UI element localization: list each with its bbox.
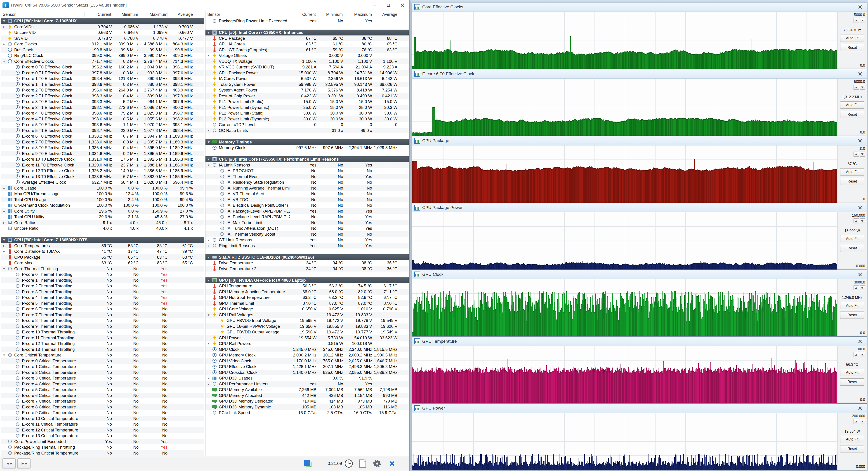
- expand-icon[interactable]: ▸: [1, 24, 7, 30]
- sensor-row[interactable]: E-core 9 Critical TemperatureNoNoNo: [1, 410, 204, 416]
- sensor-row[interactable]: PCIe Link Speed16.0 GT/s2.5 GT/s16.0 GT/…: [206, 410, 409, 416]
- settings-gear-button[interactable]: [373, 460, 381, 467]
- expand-icon[interactable]: ▾: [1, 266, 7, 272]
- sensor-row[interactable]: Bus Clock99.8 MHz99.8 MHz99.8 MHz99.8 MH…: [1, 47, 204, 53]
- sensor-row[interactable]: GPU Hot Spot Temperature63.2 °C63.2 °C82…: [206, 295, 409, 300]
- resize-columns-button[interactable]: ◄►: [2, 458, 16, 469]
- maximize-button[interactable]: [381, 0, 395, 10]
- sensor-row[interactable]: P-core 1 T1 Effective Clock398.6 MHz0.3 …: [1, 81, 204, 88]
- sensor-row[interactable]: GPU Effective Clock1,428.1 MHz207.1 MHz2…: [206, 364, 409, 370]
- sensor-row[interactable]: P-core 3 T1 Effective Clock398.1 MHz273.…: [1, 105, 204, 110]
- sensor-row[interactable]: IA: Thermal EventNoNoYes: [206, 174, 409, 179]
- close-button[interactable]: [856, 3, 865, 11]
- sensor-row[interactable]: E-core 13 T0 Effective Clock1,323.6 MHz6…: [1, 174, 204, 179]
- reset-button[interactable]: Reset: [840, 44, 864, 51]
- sensor-row[interactable]: P-core 4 T0 Effective Clock398.6 MHz75.2…: [1, 110, 204, 116]
- expand-icon[interactable]: ▸: [1, 243, 7, 249]
- sensor-row[interactable]: P-core 1 Thermal ThrottlingNoNoYes: [1, 277, 204, 283]
- sensor-row[interactable]: GPU FBVDD Input Voltage19.595 V19.472 V1…: [206, 317, 409, 324]
- graph-titlebar[interactable]: Core Effective Clocks: [412, 2, 867, 12]
- expand-icon[interactable]: ▾: [206, 312, 212, 318]
- expand-icon[interactable]: ▸: [206, 128, 212, 134]
- sensor-row[interactable]: E-core 11 T0 Effective Clock1,329.0 MHz2…: [1, 162, 204, 168]
- expand-icon[interactable]: ▸: [206, 375, 212, 381]
- sensor-row[interactable]: E-core 12 Thermal ThrottlingNoNoNo: [1, 341, 204, 346]
- sensor-row[interactable]: E-core 7 Thermal ThrottlingNoNoNo: [1, 312, 204, 318]
- sensor-section-header[interactable]: ▾CPU [#0]: Intel Core i7-13650HX: Perfor…: [206, 156, 409, 162]
- sensor-row[interactable]: IA: Running Average Thermal LimitNoNoNo: [206, 185, 409, 191]
- sensor-row[interactable]: E-core 9 T0 Effective Clock1,334.6 MHz0.…: [1, 151, 204, 157]
- expand-icon[interactable]: ▾: [1, 18, 7, 24]
- auto-fit-button[interactable]: Auto Fit: [840, 168, 864, 175]
- auto-fit-button[interactable]: Auto Fit: [840, 101, 864, 109]
- sensor-row[interactable]: IA: Electrical Design Point/Other (ICCma…: [206, 202, 409, 208]
- close-button[interactable]: [856, 404, 865, 412]
- sensor-row[interactable]: System Agent Power7.170 W5.376 W8.418 W7…: [206, 87, 409, 93]
- sensor-row[interactable]: GPU D3D Memory Dedicated710 MB414 MB973 …: [206, 398, 409, 404]
- sensor-row[interactable]: GPU Memory Available7,266 MB7,004 MB7,56…: [206, 387, 409, 393]
- graph-titlebar[interactable]: CPU Package Power: [412, 203, 867, 212]
- sensor-row[interactable]: E-core 8 Critical TemperatureNoNoNo: [1, 404, 204, 410]
- sensor-row[interactable]: Core Max63 °C62 °C83 °C65 °C: [1, 260, 204, 266]
- sensor-row[interactable]: ▸Core VIDs0.704 V0.686 V1.173 V0.703 V: [1, 24, 204, 30]
- sensor-row[interactable]: P-core 4 Thermal ThrottlingNoNoYes: [1, 295, 204, 300]
- graph-titlebar[interactable]: GPU Clock: [412, 270, 867, 279]
- sensor-row[interactable]: Uncore VID0.663 V0.646 V1.099 V0.660 V: [1, 30, 204, 35]
- sensor-row[interactable]: GPU Clock1,245.0 MHz345.0 MHz2,340.0 MHz…: [206, 346, 409, 352]
- sensor-row[interactable]: CPU GT Cores (Graphics)61 °C59 °C76 °C63…: [206, 47, 409, 53]
- reset-button[interactable]: Reset: [840, 245, 864, 252]
- sensor-row[interactable]: GPU Video Clock1,170.0 MHz765.0 MHz2,025…: [206, 358, 409, 364]
- sensor-row[interactable]: PL2 Power Limit (Dynamic)30.0 W30.0 W30.…: [206, 116, 409, 122]
- sensor-row[interactable]: P-core 0 T0 Effective Clock395.2 MHz166.…: [1, 64, 204, 70]
- sensor-row[interactable]: Total CPU Utility29.6 %2.1 %45.8 %27.0 %: [1, 214, 204, 220]
- sensor-row[interactable]: GPU FBVDD Output Voltage19.596 V19.472 V…: [206, 329, 409, 335]
- sensor-row[interactable]: P-core 5 Thermal ThrottlingNoNoYes: [1, 300, 204, 306]
- sensor-section-header[interactable]: ▾CPU [#0]: Intel Core i7-13650HX: [1, 18, 204, 24]
- sensor-row[interactable]: GPU Memory Junction Temperature68.0 °C68…: [206, 289, 409, 295]
- sensor-row[interactable]: CPU Package67 °C65 °C86 °C68 °C: [206, 35, 409, 41]
- sensor-row[interactable]: ▸Core Ratios9.1 x4.0 x46.0 x8.7 x: [1, 220, 204, 226]
- sensor-row[interactable]: PL1 Power Limit (Dynamic)25.0 W15.0 W25.…: [206, 105, 409, 110]
- sensor-row[interactable]: Total System Power59.998 W32.595 W90.143…: [206, 81, 409, 88]
- sensor-row[interactable]: IA: Thermal Velocity BoostNoNoNo: [206, 231, 409, 237]
- sensor-row[interactable]: GPU Memory Clock2,000.2 MHz101.2 MHz2,00…: [206, 352, 409, 358]
- sensor-row[interactable]: P-core 4 T1 Effective Clock398.6 MHz0.5 …: [1, 116, 204, 122]
- sensor-row[interactable]: E-core 12 Critical TemperatureNoNoNo: [1, 427, 204, 433]
- expand-icon[interactable]: ▸: [206, 381, 212, 387]
- fast-forward-button[interactable]: ►►: [18, 458, 31, 469]
- reset-button[interactable]: Reset: [840, 311, 864, 319]
- sensor-section-header[interactable]: ▾CPU [#0]: Intel Core i7-13650HX: DTS: [1, 237, 204, 243]
- expand-icon[interactable]: ▸: [206, 243, 212, 249]
- sensor-row[interactable]: P-core 3 Thermal ThrottlingNoNoYes: [1, 289, 204, 295]
- sensor-row[interactable]: IA: VR TDCNoNoNo: [206, 197, 409, 203]
- expand-icon[interactable]: ▸: [206, 237, 212, 243]
- sensor-row[interactable]: ▸Core Clocks912.1 MHz399.0 MHz4,588.8 MH…: [1, 41, 204, 47]
- sensor-row[interactable]: P-core 0 Critical TemperatureNoNoNo: [1, 358, 204, 364]
- sensor-row[interactable]: E-core 6 T0 Effective Clock1,338.2 MHz0.…: [1, 133, 204, 139]
- expand-icon[interactable]: ▸: [206, 341, 212, 346]
- sensor-row[interactable]: Rest-of-Chip Power0.422 W0.301 W0.493 W0…: [206, 93, 409, 99]
- sensor-row[interactable]: E-core 11 Thermal ThrottlingNoNoNo: [1, 335, 204, 341]
- expand-icon[interactable]: ▾: [206, 277, 212, 283]
- sensor-row[interactable]: P-core 2 Thermal ThrottlingNoNoYes: [1, 283, 204, 289]
- sensor-row[interactable]: P-core 2 T0 Effective Clock396.0 MHz264.…: [1, 87, 204, 93]
- expand-icon[interactable]: ▾: [206, 139, 212, 145]
- sensor-row[interactable]: ▸GPU Rail Powers0.815 W100.018 W: [206, 341, 409, 346]
- graph-titlebar[interactable]: GPU Power: [412, 404, 867, 413]
- window-titlebar[interactable]: HWiNFO® 64 v8.06-5500 Sensor Status [135…: [0, 0, 409, 10]
- sensor-row[interactable]: E-core 12 T0 Effective Clock1,326.2 MHz1…: [1, 168, 204, 174]
- auto-fit-button[interactable]: Auto Fit: [840, 302, 864, 309]
- sensor-row[interactable]: E-core 7 T0 Effective Clock1,338.0 MHz0.…: [1, 139, 204, 145]
- sensor-row[interactable]: P-core 2 Critical TemperatureNoNoNo: [1, 370, 204, 375]
- sensor-row[interactable]: P-core 5 Critical TemperatureNoNoNo: [1, 387, 204, 393]
- expand-icon[interactable]: ▸: [1, 220, 7, 226]
- scale-down-button[interactable]: [860, 18, 865, 23]
- scale-down-button[interactable]: [860, 285, 865, 290]
- sensor-row[interactable]: IA: Residency State RegulationNoNoNo: [206, 179, 409, 185]
- sensor-row[interactable]: Package/Ring Thermal ThrottlingNoNoYes: [1, 444, 204, 450]
- sensor-row[interactable]: IA: PROCHOTNoNoNo: [206, 168, 409, 174]
- sensor-row[interactable]: ▸Core Distance to TJMAX41 °C17 °C47 °C39…: [1, 248, 204, 255]
- sensor-row[interactable]: E-core 10 T0 Effective Clock1,331.9 MHz1…: [1, 156, 204, 162]
- scale-up-button[interactable]: [854, 419, 859, 424]
- sensor-row[interactable]: Memory Clock997.6 MHz997.6 MHz2,394.1 MH…: [206, 145, 409, 151]
